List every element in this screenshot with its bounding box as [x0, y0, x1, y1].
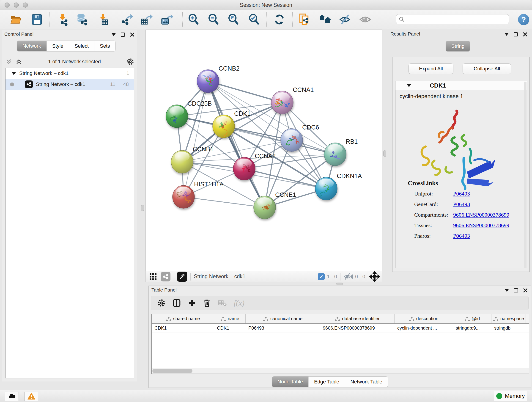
cell-name[interactable]: CDK1 [214, 324, 246, 332]
search-input[interactable] [406, 16, 506, 22]
network-node-CCNA2[interactable] [233, 157, 255, 180]
expand-all-icon[interactable] [15, 58, 22, 65]
tab-edge-table[interactable]: Edge Table [308, 376, 345, 387]
collapse-all-button[interactable]: Collapse All [462, 64, 511, 74]
cell-description[interactable]: cyclin-dependent ... [394, 324, 453, 332]
network-edge-CCNB2-CCNE1[interactable] [208, 81, 265, 207]
help-button[interactable]: ? [518, 14, 529, 25]
hidden-eye-icon[interactable] [344, 273, 353, 281]
tab-network[interactable]: Network [17, 41, 46, 51]
crosslink-uniprot[interactable]: P06493 [453, 191, 470, 197]
network-edge-HIST1H1A-CCNE1[interactable] [184, 197, 265, 207]
table-row[interactable]: CDK1CDK1P064939606.ENSP00000378699cyclin… [152, 324, 529, 333]
results-scrollbar[interactable] [524, 82, 526, 268]
clone-network-button[interactable] [298, 13, 311, 26]
zoom-in-button[interactable] [187, 13, 200, 26]
cell--id[interactable]: stringdb:9... [453, 324, 491, 332]
network-node-CDC25B[interactable] [166, 105, 188, 128]
table-options-gear-icon[interactable] [157, 299, 165, 307]
export-image-button[interactable] [160, 13, 173, 26]
network-node-CCNA1[interactable] [271, 91, 293, 114]
panel-float-icon[interactable] [514, 288, 518, 293]
column-header-shared-name[interactable]: shared name [152, 314, 214, 323]
home-views-button[interactable] [318, 13, 332, 26]
left-splitter-handle[interactable] [141, 205, 144, 211]
column-header-database-identifier[interactable]: database identifier [320, 314, 394, 323]
cell-canonical-name[interactable]: P06493 [246, 324, 320, 332]
warnings-button[interactable] [25, 392, 38, 401]
panel-close-icon[interactable] [523, 288, 528, 293]
panel-menu-icon[interactable] [112, 33, 116, 36]
column-header--id[interactable]: @id [453, 314, 491, 323]
memory-button[interactable]: Memory [494, 391, 527, 401]
network-view-canvas[interactable]: CCNB2CCNA1CDC25BCDK1CDC6RB1CCNB1CCNA2CDK… [146, 30, 382, 271]
import-network-file-button[interactable] [56, 13, 69, 26]
panel-float-icon[interactable] [121, 32, 125, 37]
search-field[interactable] [396, 14, 509, 24]
crosslink-compartments[interactable]: 9606.ENSP00000378699 [453, 212, 509, 218]
network-node-HIST1H1A[interactable] [172, 185, 195, 208]
panel-close-icon[interactable] [130, 32, 134, 37]
collapse-all-icon[interactable] [5, 58, 12, 65]
panel-float-icon[interactable] [514, 32, 518, 36]
cell-shared-name[interactable]: CDK1 [152, 324, 214, 332]
save-session-button[interactable] [30, 13, 44, 26]
network-node-CDKN1A[interactable] [315, 177, 337, 200]
network-node-CDK1[interactable] [213, 115, 234, 138]
network-row-selected[interactable]: String Network – cdk1 11 48 [6, 79, 134, 90]
tab-style[interactable]: Style [46, 41, 69, 51]
hscroll-thumb[interactable] [152, 369, 192, 373]
column-header-name[interactable]: name [214, 314, 246, 323]
string-view-badge[interactable] [161, 272, 171, 281]
crosslink-pharos[interactable]: P06493 [453, 233, 470, 239]
tab-node-table[interactable]: Node Table [272, 376, 308, 387]
birdseye-view-icon[interactable] [177, 272, 187, 282]
network-options-gear-icon[interactable] [127, 58, 134, 65]
crosslink-genecard[interactable]: P06493 [453, 201, 470, 207]
export-network-button[interactable] [120, 13, 133, 26]
expand-all-button[interactable]: Expand All [409, 64, 453, 74]
tree-expander-icon[interactable] [12, 72, 16, 75]
bottom-splitter-handle[interactable] [336, 283, 343, 285]
network-graph[interactable]: CCNB2CCNA1CDC25BCDK1CDC6RB1CCNB1CCNA2CDK… [146, 30, 382, 271]
hide-view-button[interactable] [338, 13, 351, 26]
cell-database-identifier[interactable]: 9606.ENSP00000378699 [320, 324, 394, 332]
cloud-status-button[interactable] [5, 392, 19, 401]
show-columns-icon[interactable] [172, 299, 181, 307]
panel-menu-icon[interactable] [505, 289, 509, 292]
zoom-fit-button[interactable] [227, 13, 240, 26]
grid-view-icon[interactable] [149, 273, 157, 281]
export-table-button[interactable] [140, 13, 153, 26]
tab-string[interactable]: String [446, 41, 470, 51]
table-hscrollbar[interactable] [152, 368, 529, 374]
import-network-database-button[interactable] [75, 13, 89, 26]
show-view-button[interactable] [359, 13, 372, 26]
selected-checkbox-icon[interactable] [318, 273, 325, 280]
delete-column-trash-icon[interactable] [203, 299, 211, 307]
network-node-CCNB2[interactable] [197, 70, 219, 93]
zoom-out-button[interactable] [207, 13, 220, 26]
create-column-plus-icon[interactable] [188, 299, 196, 307]
tab-network-table[interactable]: Network Table [345, 376, 388, 387]
crosslink-tissues[interactable]: 9606.ENSP00000378699 [453, 222, 509, 228]
zoom-selected-button[interactable] [247, 13, 260, 26]
fit-content-crosshair-icon[interactable] [369, 271, 380, 282]
network-node-CCNE1[interactable] [254, 196, 276, 219]
column-header-description[interactable]: description [394, 314, 453, 323]
cell-namespace[interactable]: stringdb [491, 324, 526, 332]
open-session-button[interactable] [9, 13, 22, 26]
panel-close-icon[interactable] [523, 32, 527, 37]
column-header-canonical-name[interactable]: canonical name [246, 314, 320, 323]
right-splitter-handle[interactable] [383, 150, 386, 157]
tab-sets[interactable]: Sets [94, 41, 115, 51]
network-node-CCNB1[interactable] [171, 150, 193, 173]
network-node-CDC6[interactable] [281, 128, 303, 152]
column-header-namespace[interactable]: namespace [491, 314, 526, 323]
network-node-RB1[interactable] [324, 143, 346, 166]
network-edge-CCNB2-HIST1H1A[interactable] [184, 81, 208, 197]
import-table-file-button[interactable] [96, 13, 109, 26]
section-collapse-icon[interactable] [407, 84, 411, 87]
network-collection-row[interactable]: String Network – cdk1 1 [6, 68, 134, 79]
tab-select[interactable]: Select [69, 41, 94, 51]
panel-menu-icon[interactable] [505, 33, 509, 36]
